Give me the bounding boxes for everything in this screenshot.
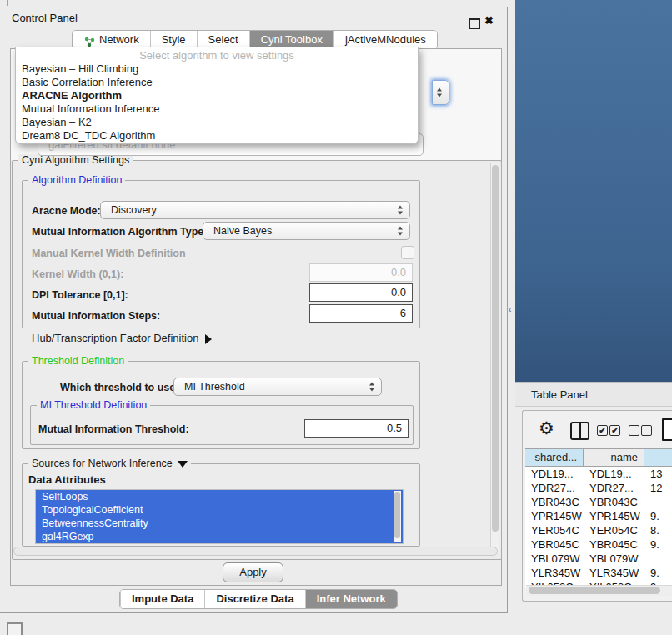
table-row[interactable]: YPR145W YPR145W 9. bbox=[525, 509, 672, 523]
panel-divider-handle[interactable]: ‹ bbox=[509, 305, 511, 314]
data-attribute-item[interactable]: SelfLoops bbox=[36, 490, 403, 503]
table-row[interactable]: YDR27... YDR27... 12 bbox=[525, 481, 672, 495]
sources-group-title[interactable]: Sources for Network Inference bbox=[28, 458, 191, 469]
mi-steps-field[interactable]: 6 bbox=[309, 304, 413, 322]
select-all-checked-icon[interactable]: ✔ bbox=[597, 425, 608, 436]
kernel-width-field[interactable]: 0.0 bbox=[309, 263, 413, 282]
table-cell[interactable]: YBL079W bbox=[525, 552, 584, 566]
deselect-all-icon[interactable] bbox=[629, 425, 639, 436]
settings-vertical-scrollbar[interactable] bbox=[490, 163, 499, 553]
bottom-tab[interactable]: Impute Data bbox=[120, 590, 204, 608]
algorithm-option[interactable]: ARACNE Algorithm bbox=[16, 89, 418, 102]
algorithm-combo-end[interactable] bbox=[432, 80, 449, 105]
table-row[interactable]: YDL19... YDL19... 13 bbox=[525, 467, 672, 481]
table-cell[interactable]: YPR145W bbox=[584, 509, 644, 523]
scrollbar-thumb[interactable] bbox=[492, 165, 499, 532]
table-cell[interactable] bbox=[644, 552, 672, 566]
table-cell[interactable]: YBL079W bbox=[584, 552, 644, 566]
float-window-icon[interactable] bbox=[469, 18, 480, 29]
close-icon[interactable]: ✖ bbox=[484, 14, 494, 27]
control-panel-title: Control Panel bbox=[12, 12, 78, 24]
tab-label: Network bbox=[99, 31, 139, 49]
table-cell[interactable]: 8. bbox=[644, 523, 672, 538]
table-column-header[interactable]: A bbox=[644, 448, 672, 467]
mi-steps-label: Mutual Information Steps: bbox=[32, 310, 160, 322]
table-row[interactable]: YBR045C YBR045C 9. bbox=[525, 538, 672, 552]
table-cell[interactable]: YDL19... bbox=[584, 467, 644, 481]
algorithm-option[interactable]: Bayesian – Hill Climbing bbox=[16, 62, 418, 76]
table-row[interactable]: YBL079W YBL079W bbox=[525, 552, 672, 566]
table-column-header[interactable]: name bbox=[584, 448, 644, 467]
algorithm-option[interactable]: Dream8 DC_TDC Algorithm bbox=[16, 129, 418, 142]
manual-kernel-width-checkbox[interactable] bbox=[401, 246, 414, 259]
data-attributes-list[interactable]: SelfLoops TopologicalCoefficient Between… bbox=[35, 489, 404, 544]
apply-button[interactable]: Apply bbox=[223, 562, 283, 582]
table-cell[interactable]: YDR27... bbox=[525, 481, 584, 495]
data-attribute-item[interactable]: TopologicalCoefficient bbox=[36, 503, 403, 517]
control-panel-tab[interactable]: Network bbox=[73, 31, 150, 49]
kernel-width-label: Kernel Width (0,1): bbox=[32, 268, 123, 280]
hub-definition-toggle[interactable]: Hub/Transcription Factor Definition bbox=[32, 332, 212, 344]
table-row[interactable]: YBR043C YBR043C bbox=[525, 495, 672, 509]
mi-threshold-group-title: MI Threshold Definition bbox=[37, 399, 150, 411]
split-view-icon[interactable] bbox=[570, 422, 589, 440]
control-panel-tab[interactable]: jActiveMNodules bbox=[333, 31, 437, 49]
table-cell[interactable]: 9. bbox=[644, 509, 672, 523]
bottom-tab[interactable]: Infer Network bbox=[305, 590, 397, 608]
data-attribute-item[interactable]: BetweennessCentrality bbox=[36, 517, 403, 530]
tab-label: Infer Network bbox=[317, 590, 386, 608]
data-attribute-label: gal4RGexp bbox=[42, 531, 94, 542]
tab-label: Impute Data bbox=[132, 590, 193, 608]
table-row[interactable]: YER054C YER054C 8. bbox=[525, 523, 672, 538]
table-horizontal-scrollbar[interactable] bbox=[526, 585, 672, 596]
scrollbar-thumb[interactable] bbox=[394, 492, 400, 538]
control-panel-tab[interactable]: Select bbox=[197, 31, 249, 49]
deselect-all-icon[interactable] bbox=[641, 425, 652, 436]
table-cell[interactable]: YBR045C bbox=[584, 538, 644, 552]
bottom-tab[interactable]: Discretize Data bbox=[204, 590, 304, 608]
combo-stepper-icon bbox=[398, 206, 404, 215]
expanded-arrow-icon bbox=[178, 461, 188, 468]
table-cell[interactable]: 9. bbox=[644, 566, 672, 580]
table-cell[interactable]: YDL19... bbox=[525, 467, 584, 481]
aracne-mode-value: Discovery bbox=[111, 202, 157, 218]
minimized-window-icon[interactable] bbox=[7, 622, 23, 635]
mi-algorithm-type-combo[interactable]: Naive Bayes bbox=[203, 222, 410, 240]
table-cell[interactable] bbox=[644, 495, 672, 509]
algorithm-popup: Select algorithm to view settingsBayesia… bbox=[15, 48, 419, 144]
manual-kernel-width-label: Manual Kernel Width Definition bbox=[32, 248, 186, 259]
algorithm-option[interactable]: Bayesian – K2 bbox=[16, 116, 418, 129]
table-cell[interactable]: 13 bbox=[644, 467, 672, 481]
algorithm-option[interactable]: Mutual Information Inference bbox=[16, 102, 418, 116]
table-cell[interactable]: YLR345W bbox=[525, 566, 584, 580]
control-panel-tab[interactable]: Style bbox=[150, 31, 197, 49]
dpi-tolerance-field[interactable]: 0.0 bbox=[309, 283, 413, 302]
table-cell[interactable]: YBR043C bbox=[525, 495, 584, 509]
aracne-mode-combo[interactable]: Discovery bbox=[100, 201, 410, 219]
settings-horizontal-scrollbar[interactable] bbox=[13, 547, 498, 556]
table-cell[interactable]: YER054C bbox=[584, 523, 644, 538]
table-row[interactable]: YLR345W YLR345W 9. bbox=[525, 566, 672, 580]
mi-threshold-field[interactable]: 0.5 bbox=[304, 419, 409, 438]
settings-gear-icon[interactable]: ⚙ bbox=[539, 418, 554, 438]
document-icon[interactable] bbox=[662, 418, 672, 441]
table-cell[interactable]: 9. bbox=[644, 538, 672, 552]
scrollbar-thumb[interactable] bbox=[529, 587, 660, 594]
table-cell[interactable]: YPR145W bbox=[525, 509, 584, 523]
table-column-header[interactable]: shared... bbox=[525, 448, 584, 467]
table-cell[interactable]: YBR045C bbox=[525, 538, 584, 552]
application-root: Control Panel ✖ Network Style bbox=[0, 0, 672, 635]
control-panel-tab[interactable]: Cyni Toolbox bbox=[249, 31, 333, 49]
algorithm-option[interactable]: Basic Correlation Inference bbox=[16, 76, 418, 89]
which-threshold-combo[interactable]: MI Threshold bbox=[173, 378, 382, 396]
attribute-list-scrollbar[interactable] bbox=[394, 491, 401, 542]
which-threshold-value: MI Threshold bbox=[184, 378, 245, 395]
select-all-checked-icon[interactable]: ✔ bbox=[609, 425, 620, 436]
table-cell[interactable]: YBR043C bbox=[584, 495, 644, 509]
table-cell[interactable]: YER054C bbox=[525, 523, 584, 538]
table-cell[interactable]: YLR345W bbox=[584, 566, 644, 580]
table-cell[interactable]: YDR27... bbox=[584, 481, 644, 495]
table-panel-title: Table Panel bbox=[531, 388, 588, 401]
table-cell[interactable]: 12 bbox=[644, 481, 672, 495]
data-attribute-item[interactable]: gal4RGexp bbox=[36, 530, 403, 543]
